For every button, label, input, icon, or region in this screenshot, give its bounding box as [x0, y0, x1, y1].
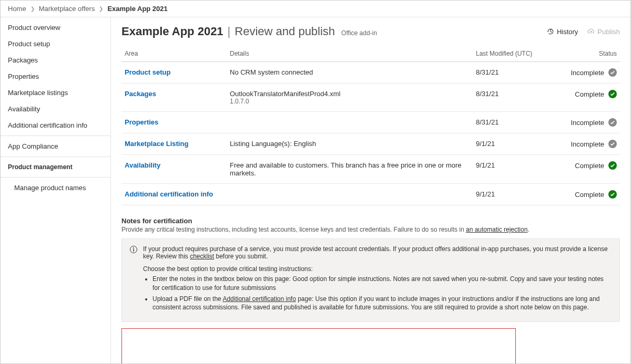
- checklist-link[interactable]: checklist: [190, 253, 214, 260]
- choose-text: Choose the best option to provide critic…: [143, 265, 612, 273]
- option-bullet-2: Upload a PDF file on the Additional cert…: [152, 295, 612, 313]
- svg-rect-2: [133, 249, 134, 252]
- breadcrumb-current: Example App 2021: [107, 5, 167, 13]
- history-label: History: [557, 28, 578, 36]
- area-link[interactable]: Packages: [125, 90, 156, 98]
- status-icon: [608, 90, 617, 98]
- area-link[interactable]: Availability: [125, 161, 160, 169]
- status-icon: [608, 68, 617, 77]
- details-cell: OutlookTranslatorManifestProd4.xml1.0.7.…: [227, 84, 473, 112]
- table-row: AvailabilityFree and available to custom…: [121, 155, 620, 184]
- sidebar-item-product-overview[interactable]: Product overview: [1, 19, 110, 36]
- last-modified-cell: 8/31/21: [473, 62, 546, 84]
- sidebar-header-product-management: Product management: [1, 159, 110, 175]
- col-status: Status: [546, 46, 620, 62]
- page-title-app-name: Example App 2021: [121, 25, 223, 38]
- svg-point-1: [133, 247, 134, 248]
- breadcrumb-offers[interactable]: Marketplace offers: [39, 5, 95, 13]
- col-details: Details: [227, 46, 473, 62]
- sidebar-item-additional-certification-info[interactable]: Additional certification info: [1, 117, 110, 133]
- divider: [1, 157, 110, 157]
- chevron-right-icon: ❯: [30, 6, 35, 12]
- sidebar-item-manage-product-names[interactable]: Manage product names: [1, 180, 110, 196]
- details-cell: Free and available to customers. This br…: [227, 155, 473, 184]
- info-line: If your product requires purchase of a s…: [143, 245, 612, 260]
- status-cell: Incomplete: [571, 118, 617, 127]
- main-content: Example App 2021 | Review and publish Of…: [111, 17, 630, 363]
- certification-notes-input[interactable]: [121, 328, 516, 363]
- table-row: Product setupNo CRM system connected8/31…: [121, 62, 620, 84]
- details-cell: No CRM system connected: [227, 62, 473, 84]
- col-area: Area: [121, 46, 227, 62]
- last-modified-cell: 9/1/21: [473, 133, 546, 155]
- table-row: Properties8/31/21Incomplete: [121, 112, 620, 133]
- additional-cert-info-link[interactable]: Additional certification info: [222, 295, 296, 303]
- publish-command: Publish: [587, 28, 620, 36]
- breadcrumb: Home ❯ Marketplace offers ❯ Example App …: [1, 1, 630, 17]
- sidebar-item-product-setup[interactable]: Product setup: [1, 36, 110, 52]
- table-row: Marketplace ListingListing Language(s): …: [121, 133, 620, 155]
- table-row: PackagesOutlookTranslatorManifestProd4.x…: [121, 84, 620, 112]
- page-title-subtype: Office add-in: [341, 29, 377, 37]
- sidebar-item-availability[interactable]: Availability: [1, 101, 110, 117]
- sidebar-item-app-compliance[interactable]: App Compliance: [1, 138, 110, 154]
- details-cell: Listing Language(s): English: [227, 133, 473, 155]
- publish-command-label: Publish: [597, 28, 620, 36]
- details-cell: [227, 112, 473, 133]
- status-icon: [608, 118, 617, 127]
- area-link[interactable]: Product setup: [125, 68, 170, 76]
- sidebar-item-marketplace-listings[interactable]: Marketplace listings: [1, 85, 110, 101]
- breadcrumb-home[interactable]: Home: [8, 5, 26, 13]
- notes-infobox: If your product requires purchase of a s…: [121, 238, 620, 322]
- status-cell: Complete: [575, 90, 617, 98]
- chevron-right-icon: ❯: [99, 6, 103, 12]
- last-modified-cell: 8/31/21: [473, 112, 546, 133]
- area-link[interactable]: Properties: [125, 118, 158, 126]
- divider: [1, 136, 110, 136]
- last-modified-cell: 9/1/21: [473, 155, 546, 184]
- automatic-rejection-link[interactable]: an automatic rejection: [466, 226, 527, 233]
- status-icon: [608, 161, 617, 170]
- table-row: Additional certification info9/1/21Compl…: [121, 184, 620, 205]
- status-icon: [608, 140, 617, 148]
- details-cell: [227, 184, 473, 205]
- status-icon: [608, 190, 617, 199]
- area-link[interactable]: Marketplace Listing: [125, 140, 188, 148]
- option-bullet-1: Enter the notes in the textbox below on …: [152, 275, 612, 293]
- last-modified-cell: 9/1/21: [473, 184, 546, 205]
- last-modified-cell: 8/31/21: [473, 84, 546, 112]
- status-cell: Incomplete: [571, 140, 617, 148]
- status-cell: Complete: [575, 161, 617, 170]
- page-title-page-name: Review and publish: [235, 25, 335, 38]
- review-table: Area Details Last Modified (UTC) Status …: [121, 46, 620, 205]
- sidebar: Product overview Product setup Packages …: [1, 17, 111, 363]
- history-icon: [547, 28, 554, 35]
- col-last-modified: Last Modified (UTC): [473, 46, 546, 62]
- info-icon: [129, 245, 138, 255]
- history-button[interactable]: History: [547, 28, 578, 36]
- title-separator: |: [228, 25, 231, 38]
- sidebar-item-properties[interactable]: Properties: [1, 68, 110, 85]
- status-cell: Incomplete: [571, 68, 617, 77]
- area-link[interactable]: Additional certification info: [125, 190, 213, 198]
- status-cell: Complete: [575, 190, 617, 199]
- notes-title: Notes for certification: [121, 217, 620, 225]
- sidebar-item-packages[interactable]: Packages: [1, 52, 110, 68]
- notes-subtitle: Provide any critical testing instruction…: [121, 226, 620, 233]
- cloud-upload-icon: [587, 28, 595, 35]
- divider: [1, 177, 110, 178]
